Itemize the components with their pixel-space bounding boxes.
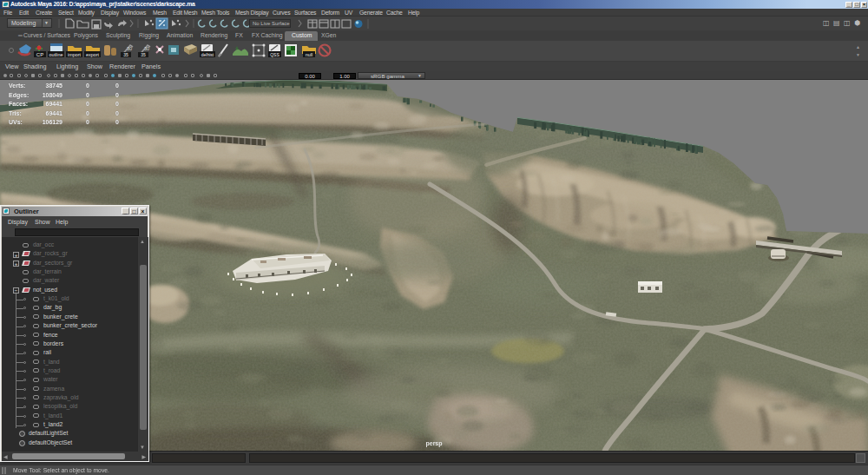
svg-text:30: 30 — [127, 46, 132, 51]
svg-text:import: import — [68, 52, 81, 57]
svg-text:35: 35 — [123, 52, 128, 57]
svg-text:delhist: delhist — [201, 52, 214, 57]
svg-text:QSS: QSS — [270, 52, 279, 57]
svg-text:30: 30 — [144, 46, 149, 51]
svg-text:35: 35 — [141, 52, 146, 57]
svg-text:CP: CP — [36, 52, 43, 57]
svg-text:outline: outline — [49, 52, 63, 57]
svg-text:export: export — [86, 52, 99, 57]
svg-text:null: null — [306, 52, 312, 57]
